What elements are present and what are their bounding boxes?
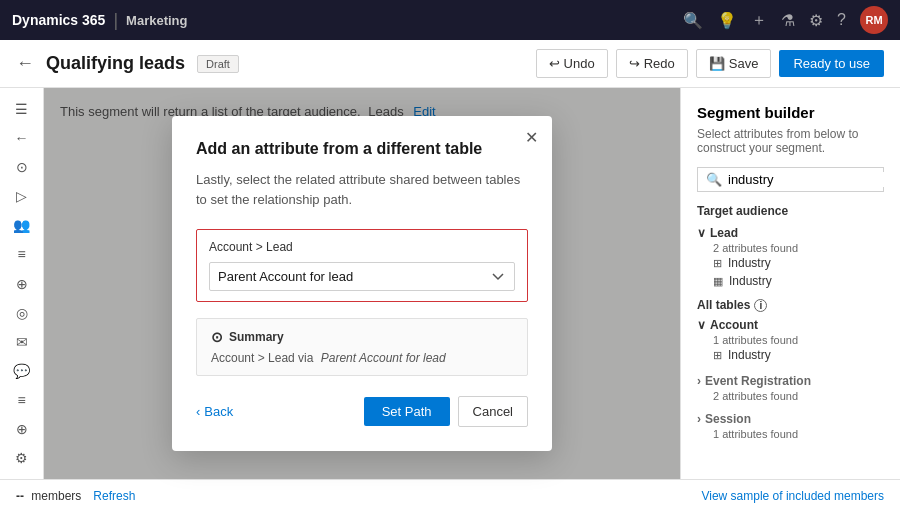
module-name: Marketing: [126, 13, 187, 28]
account-section-header[interactable]: ∨ Account: [697, 316, 884, 334]
sidebar-back-icon[interactable]: ←: [6, 125, 38, 150]
set-path-button[interactable]: Set Path: [364, 397, 450, 426]
back-button[interactable]: ←: [16, 53, 34, 74]
search-icon[interactable]: 🔍: [683, 11, 703, 30]
back-button[interactable]: ‹ Back: [196, 404, 233, 419]
lightbulb-icon[interactable]: 💡: [717, 11, 737, 30]
members-count: -- members: [16, 489, 81, 503]
undo-button[interactable]: ↩ Undo: [536, 49, 608, 78]
avatar[interactable]: RM: [860, 6, 888, 34]
session-count: 1 attributes found: [697, 428, 884, 440]
add-icon[interactable]: ＋: [751, 10, 767, 31]
second-bar: ← Qualifying leads Draft ↩ Undo ↪ Redo 💾…: [0, 40, 900, 88]
undo-icon: ↩: [549, 56, 560, 71]
top-nav-icons: 🔍 💡 ＋ ⚗ ⚙ ? RM: [683, 6, 888, 34]
lead-section-header[interactable]: ∨ Lead: [697, 224, 884, 242]
session-section-header[interactable]: › Session: [697, 410, 884, 428]
panel-title: Segment builder: [697, 104, 884, 121]
all-tables-label: All tables i: [697, 298, 884, 312]
lead-section: ∨ Lead 2 attributes found ⊞ Industry ▦ I…: [697, 224, 884, 290]
grid-icon: ⊞: [713, 257, 722, 270]
grid-icon: ⊞: [713, 349, 722, 362]
chevron-down-icon: ∨: [697, 226, 706, 240]
relation-box: Account > Lead Parent Account for lead: [196, 229, 528, 302]
ready-to-use-button[interactable]: Ready to use: [779, 50, 884, 77]
page-title: Qualifying leads: [46, 53, 185, 74]
chevron-right-icon: ›: [697, 374, 701, 388]
relation-label: Account > Lead: [209, 240, 515, 254]
table-icon: ▦: [713, 275, 723, 288]
tree-item[interactable]: ▦ Industry: [697, 272, 884, 290]
sidebar-email-icon[interactable]: ✉: [6, 329, 38, 354]
nav-divider: |: [113, 10, 118, 31]
sidebar-circle-icon[interactable]: ◎: [6, 300, 38, 325]
lead-count: 2 attributes found: [697, 242, 884, 254]
summary-icon: ⊙: [211, 329, 223, 345]
tree-item[interactable]: ⊞ Industry: [697, 346, 884, 364]
sidebar-list-icon[interactable]: ≡: [6, 242, 38, 267]
save-button[interactable]: 💾 Save: [696, 49, 772, 78]
chevron-left-icon: ‹: [196, 404, 200, 419]
toolbar-actions: ↩ Undo ↪ Redo 💾 Save Ready to use: [536, 49, 884, 78]
filter-icon[interactable]: ⚗: [781, 11, 795, 30]
brand-name: Dynamics 365: [12, 12, 105, 28]
modal-footer: ‹ Back Set Path Cancel: [196, 396, 528, 427]
help-icon[interactable]: ?: [837, 11, 846, 29]
view-sample-link[interactable]: View sample of included members: [701, 489, 884, 503]
brand: Dynamics 365 | Marketing: [12, 10, 188, 31]
modal-description: Lastly, select the related attribute sha…: [196, 170, 528, 209]
sidebar-gear-icon[interactable]: ⚙: [6, 446, 38, 471]
event-count: 2 attributes found: [697, 390, 884, 402]
sidebar-chat-icon[interactable]: 💬: [6, 358, 38, 383]
content-area: This segment will return a list of the t…: [44, 88, 680, 479]
search-box[interactable]: 🔍 ✕: [697, 167, 884, 192]
add-attribute-modal: ✕ Add an attribute from a different tabl…: [172, 116, 552, 451]
settings-icon[interactable]: ⚙: [809, 11, 823, 30]
status-badge: Draft: [197, 55, 239, 73]
summary-text: Account > Lead via Parent Account for le…: [211, 351, 513, 365]
segment-builder-panel: Segment builder Select attributes from b…: [680, 88, 900, 479]
sidebar-segments-icon[interactable]: 👥: [6, 213, 38, 238]
bottom-bar: -- members Refresh View sample of includ…: [0, 479, 900, 511]
relation-select[interactable]: Parent Account for lead: [209, 262, 515, 291]
event-registration-header[interactable]: › Event Registration: [697, 372, 884, 390]
sidebar-lines-icon[interactable]: ≡: [6, 388, 38, 413]
save-icon: 💾: [709, 56, 725, 71]
cancel-button[interactable]: Cancel: [458, 396, 528, 427]
top-nav: Dynamics 365 | Marketing 🔍 💡 ＋ ⚗ ⚙ ? RM: [0, 0, 900, 40]
target-audience-label: Target audience: [697, 204, 884, 218]
modal-title: Add an attribute from a different table: [196, 140, 528, 158]
chevron-down-icon: ∨: [697, 318, 706, 332]
search-icon: 🔍: [706, 172, 722, 187]
chevron-right-icon: ›: [697, 412, 701, 426]
summary-box: ⊙ Summary Account > Lead via Parent Acco…: [196, 318, 528, 376]
session-section: › Session 1 attributes found: [697, 410, 884, 440]
search-input[interactable]: [728, 172, 896, 187]
modal-close-button[interactable]: ✕: [525, 128, 538, 147]
left-sidebar: ☰ ← ⊙ ▷ 👥 ≡ ⊕ ◎ ✉ 💬 ≡ ⊕ ⚙: [0, 88, 44, 479]
sidebar-plus-icon[interactable]: ⊕: [6, 417, 38, 442]
event-registration-section: › Event Registration 2 attributes found: [697, 372, 884, 402]
redo-icon: ↪: [629, 56, 640, 71]
modal-overlay: ✕ Add an attribute from a different tabl…: [44, 88, 680, 479]
refresh-button[interactable]: Refresh: [93, 489, 135, 503]
summary-header: ⊙ Summary: [211, 329, 513, 345]
sidebar-add-icon[interactable]: ⊕: [6, 271, 38, 296]
sidebar-home-icon[interactable]: ⊙: [6, 154, 38, 179]
tree-item[interactable]: ⊞ Industry: [697, 254, 884, 272]
sidebar-menu-icon[interactable]: ☰: [6, 96, 38, 121]
sidebar-run-icon[interactable]: ▷: [6, 183, 38, 208]
panel-subtitle: Select attributes from below to construc…: [697, 127, 884, 155]
redo-button[interactable]: ↪ Redo: [616, 49, 688, 78]
account-count: 1 attributes found: [697, 334, 884, 346]
info-icon: i: [754, 299, 767, 312]
account-section: ∨ Account 1 attributes found ⊞ Industry: [697, 316, 884, 364]
